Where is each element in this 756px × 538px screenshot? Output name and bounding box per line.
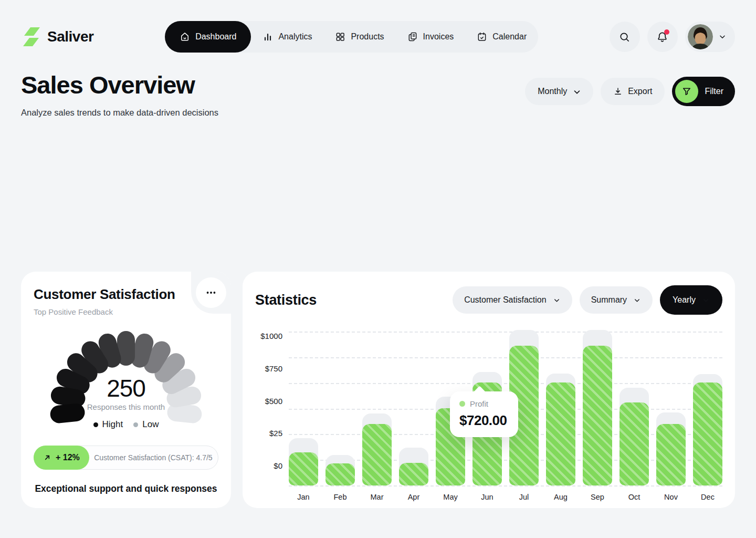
- page-header: Sales Overview Analyze sales trends to m…: [21, 70, 735, 118]
- bar-group-apr: [399, 332, 428, 485]
- chart-plot-area: Profit $720.00: [289, 332, 722, 485]
- legend-dot: [133, 422, 138, 427]
- range-select-value: Yearly: [673, 295, 696, 305]
- funnel-icon: [675, 80, 698, 103]
- main-nav: DashboardAnalyticsProductsInvoicesCalend…: [165, 21, 538, 53]
- bar-oct[interactable]: [620, 402, 649, 485]
- bar-group-feb: [326, 332, 355, 485]
- calendar-icon: [477, 32, 487, 42]
- tooltip-value: $720.00: [459, 412, 509, 429]
- home-icon: [180, 32, 190, 42]
- nav-item-products[interactable]: Products: [323, 21, 395, 53]
- x-axis-label-sep: Sep: [583, 493, 612, 501]
- change-badge: + 12%: [34, 446, 89, 470]
- bar-aug[interactable]: [546, 382, 575, 485]
- mode-select-value: Summary: [591, 295, 627, 305]
- saliver-logo-icon: [21, 26, 42, 47]
- satisfaction-card-subtitle: Top Positive Feedback: [34, 307, 218, 316]
- arrow-up-right-icon: [43, 453, 51, 462]
- bar-group-jan: [289, 332, 318, 485]
- page-title: Sales Overview: [21, 70, 218, 99]
- legend-item-low: Low: [133, 419, 159, 430]
- x-axis-label-jul: Jul: [509, 493, 539, 501]
- x-axis-label-mar: Mar: [362, 493, 392, 501]
- gauge-caption: Responses this month: [42, 402, 210, 411]
- bar-group-nov: [656, 332, 686, 485]
- nav-item-analytics[interactable]: Analytics: [251, 21, 323, 53]
- ellipsis-icon: [205, 287, 217, 298]
- account-menu[interactable]: [685, 22, 735, 52]
- tooltip-series-dot: [459, 401, 465, 407]
- nav-item-calendar[interactable]: Calendar: [465, 21, 538, 53]
- period-select[interactable]: Monthly: [525, 78, 593, 105]
- notification-unread-dot: [664, 29, 669, 35]
- nav-item-invoices[interactable]: Invoices: [396, 21, 466, 53]
- chart-x-axis: JanFebMarAprMayJunJulAugSepOctNovDec: [289, 493, 722, 501]
- x-axis-label-jun: Jun: [472, 493, 502, 501]
- y-axis-tick: $25: [269, 429, 282, 438]
- range-select[interactable]: Yearly: [660, 285, 722, 315]
- x-axis-label-dec: Dec: [693, 493, 722, 501]
- bar-chart-icon: [262, 32, 273, 42]
- change-badge-text: + 12%: [56, 453, 80, 462]
- export-label: Export: [628, 87, 652, 96]
- search-button[interactable]: [610, 22, 640, 52]
- y-axis-tick: $500: [265, 397, 282, 406]
- bar-group-sep: [583, 332, 612, 485]
- x-axis-label-apr: Apr: [399, 493, 428, 501]
- filter-button[interactable]: Filter: [672, 77, 735, 106]
- bar-jan[interactable]: [289, 452, 318, 485]
- search-icon: [618, 31, 631, 43]
- chart-tooltip: Profit $720.00: [450, 391, 518, 437]
- y-axis-tick: $750: [265, 364, 282, 373]
- avatar: [688, 24, 713, 49]
- bar-group-aug: [546, 332, 575, 485]
- nav-item-dashboard[interactable]: Dashboard: [165, 21, 251, 53]
- x-axis-label-may: May: [436, 493, 465, 501]
- profit-bar-chart: $1000$750$500$25$0 Profit $720.00: [255, 332, 722, 485]
- bar-dec[interactable]: [693, 382, 722, 485]
- statistics-card: Statistics Customer Satisfaction Summary…: [243, 272, 735, 508]
- chevron-down-icon: [633, 296, 641, 304]
- chart-y-axis: $1000$750$500$25$0: [255, 332, 282, 470]
- csat-score-text: Customer Satisfaction (CSAT): 4.7/5: [89, 453, 218, 462]
- topbar-actions: [610, 22, 735, 52]
- chevron-down-icon: [702, 296, 710, 304]
- customer-satisfaction-card: Customer Satisfaction Top Positive Feedb…: [21, 272, 231, 508]
- gauge-value: 250: [42, 374, 210, 402]
- brand-logo: Saliver: [21, 26, 93, 47]
- export-button[interactable]: Export: [601, 78, 665, 105]
- nav-item-label: Products: [351, 32, 384, 42]
- notifications-button[interactable]: [647, 22, 678, 52]
- chevron-down-icon: [572, 87, 581, 96]
- x-axis-label-feb: Feb: [326, 493, 355, 501]
- chevron-down-icon: [553, 296, 561, 304]
- mode-select[interactable]: Summary: [580, 286, 653, 314]
- metric-select[interactable]: Customer Satisfaction: [453, 286, 572, 314]
- gauge-legend: HightLow: [42, 419, 210, 430]
- statistics-title: Statistics: [255, 292, 317, 308]
- bar-mar[interactable]: [362, 424, 392, 485]
- nav-item-label: Calendar: [492, 32, 527, 42]
- bar-feb[interactable]: [326, 463, 355, 485]
- brand-name: Saliver: [47, 28, 93, 45]
- nav-item-label: Dashboard: [195, 32, 236, 42]
- chevron-down-icon: [718, 33, 727, 41]
- bar-group-dec: [693, 332, 722, 485]
- x-axis-label-nov: Nov: [656, 493, 686, 501]
- nav-item-label: Invoices: [423, 32, 454, 42]
- legend-item-hight: Hight: [93, 419, 123, 430]
- page-subtitle: Analyze sales trends to make data-driven…: [21, 108, 218, 118]
- y-axis-tick: $0: [274, 461, 282, 470]
- bar-sep[interactable]: [583, 346, 612, 485]
- bar-group-oct: [620, 332, 649, 485]
- y-axis-tick: $1000: [260, 332, 282, 340]
- documents-icon: [407, 32, 418, 42]
- x-axis-label-jan: Jan: [289, 493, 318, 501]
- metric-select-value: Customer Satisfaction: [464, 295, 547, 305]
- bar-nov[interactable]: [656, 424, 686, 485]
- download-icon: [613, 87, 623, 96]
- card-more-button[interactable]: [196, 277, 226, 308]
- bar-apr[interactable]: [399, 463, 428, 485]
- gridline: [289, 485, 722, 487]
